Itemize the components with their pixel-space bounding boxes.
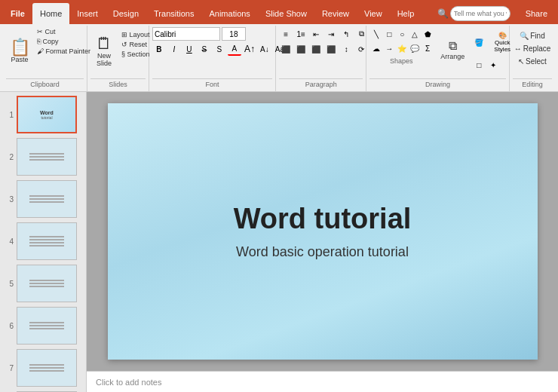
paste-button[interactable]: 📋 Paste <box>6 27 33 75</box>
ribbon: File Home Insert Design Transitions Anim… <box>0 0 558 92</box>
slide-thumb-5[interactable]: 5 <box>2 264 84 303</box>
quick-styles-icon: 🎨 <box>498 32 507 39</box>
tab-file[interactable]: File <box>3 3 32 24</box>
shape-3[interactable]: ○ <box>395 27 409 41</box>
shape-outline-button[interactable]: □ <box>472 58 486 72</box>
slide-thumbnail-3[interactable] <box>17 180 77 218</box>
app-window: File Home Insert Design Transitions Anim… <box>0 0 558 392</box>
shape-1[interactable]: ╲ <box>369 27 383 41</box>
slide-canvas[interactable]: Word tutorial Word basic operation tutor… <box>108 103 538 360</box>
slide-thumb-2[interactable]: 2 <box>2 137 84 176</box>
notes-placeholder[interactable]: Click to add notes <box>96 378 161 387</box>
select-button[interactable]: ↖ Select <box>515 56 550 67</box>
slide-thumbnail-7[interactable] <box>17 349 77 387</box>
tab-home[interactable]: Home <box>32 3 69 24</box>
shape-10[interactable]: Σ <box>421 41 434 55</box>
tab-help[interactable]: Help <box>390 3 422 24</box>
font-name-dropdown[interactable] <box>152 27 220 41</box>
align-left-button[interactable]: ⬛ <box>279 42 293 56</box>
shape-7[interactable]: → <box>382 41 396 55</box>
shadow-button[interactable]: S <box>213 42 226 56</box>
slide-thumb-6[interactable]: 6 <box>2 306 84 345</box>
font-group: B I U S S A A↑ A↓ Aa Font <box>149 26 276 91</box>
shape-6[interactable]: ☁ <box>369 41 383 55</box>
edit-area: Word tutorial Word basic operation tutor… <box>87 92 558 392</box>
clipboard-group: 📋 Paste ✂ Cut ⎘ Copy 🖌 Format Painter Cl… <box>3 26 87 91</box>
find-button[interactable]: 🔍 Find <box>517 30 547 41</box>
format-painter-button[interactable]: 🖌 Format Painter <box>35 47 93 56</box>
align-center-button[interactable]: ⬛ <box>294 42 308 56</box>
slide-panel: 1 Word tutorial 2 3 <box>0 92 87 392</box>
tell-me-input[interactable] <box>450 6 510 21</box>
numbering-button[interactable]: 1≡ <box>294 27 308 41</box>
shape-5[interactable]: ⬟ <box>421 27 434 41</box>
ribbon-content: 📋 Paste ✂ Cut ⎘ Copy 🖌 Format Painter Cl… <box>0 24 558 92</box>
tab-view[interactable]: View <box>357 3 390 24</box>
section-button[interactable]: § Section <box>119 50 152 59</box>
italic-button[interactable]: I <box>167 42 181 56</box>
slide-canvas-wrap[interactable]: Word tutorial Word basic operation tutor… <box>87 92 558 371</box>
rtl-button[interactable]: ↰ <box>339 27 353 41</box>
decrease-indent-button[interactable]: ⇤ <box>309 27 323 41</box>
font-size-input[interactable] <box>222 27 246 41</box>
tab-share[interactable]: Share <box>518 3 555 24</box>
shape-4[interactable]: △ <box>408 27 422 41</box>
notes-area[interactable]: Click to add notes <box>87 371 558 392</box>
drawing-group: ╲ □ ○ △ ⬟ ☁ → ⭐ 💬 Σ Shapes <box>366 26 510 91</box>
shape-8[interactable]: ⭐ <box>395 41 409 55</box>
arrange-button[interactable]: ⧉ Arrange <box>439 27 466 72</box>
align-right-button[interactable]: ⬛ <box>309 42 323 56</box>
line-spacing-button[interactable]: ↕ <box>339 42 353 56</box>
main-area: 1 Word tutorial 2 3 <box>0 92 558 392</box>
slide-thumb-4[interactable]: 4 <box>2 222 84 261</box>
tab-review[interactable]: Review <box>314 3 357 24</box>
justify-button[interactable]: ⬛ <box>324 42 338 56</box>
slide-thumbnail-2[interactable] <box>17 138 77 176</box>
shape-fill-button[interactable]: 🪣 <box>472 35 486 49</box>
tab-slideshow[interactable]: Slide Show <box>258 3 314 24</box>
tab-transitions[interactable]: Transitions <box>146 3 201 24</box>
clipboard-label: Clipboard <box>6 78 84 90</box>
find-icon: 🔍 <box>520 32 529 40</box>
increase-indent-button[interactable]: ⇥ <box>324 27 338 41</box>
slide-thumbnail-4[interactable] <box>17 222 77 260</box>
tab-insert[interactable]: Insert <box>69 3 106 24</box>
shape-effects-button[interactable]: ✦ <box>486 58 500 72</box>
replace-button[interactable]: ↔ Replace <box>511 43 554 54</box>
slide-thumbnail-5[interactable] <box>17 265 77 302</box>
slides-group: 🗒 NewSlide ⊞ Layout ↺ Reset § Section Sl… <box>87 26 149 91</box>
arrange-icon: ⧉ <box>449 39 457 53</box>
slide-thumb-1[interactable]: 1 Word tutorial <box>2 95 84 134</box>
slide-subtitle[interactable]: Word basic operation tutorial <box>236 244 409 260</box>
new-slide-icon: 🗒 <box>96 35 112 52</box>
strikethrough-button[interactable]: S <box>198 42 211 56</box>
shape-2[interactable]: □ <box>382 27 396 41</box>
underline-button[interactable]: U <box>182 42 196 56</box>
replace-icon: ↔ <box>514 44 522 53</box>
slide-thumb-3[interactable]: 3 <box>2 179 84 219</box>
tell-me-area: 🔍 <box>433 6 515 21</box>
slide-thumbnail-1[interactable]: Word tutorial <box>17 96 77 133</box>
font-color-button[interactable]: A <box>228 42 241 56</box>
copy-button[interactable]: ⎘ Copy <box>35 37 93 46</box>
search-icon: 🔍 <box>437 8 449 19</box>
bold-button[interactable]: B <box>152 42 166 56</box>
paragraph-group: ≡ 1≡ ⇤ ⇥ ↰ ⧉ ⬛ ⬛ ⬛ ⬛ ↕ ⟳ <box>276 26 366 91</box>
reset-button[interactable]: ↺ Reset <box>119 40 152 49</box>
tab-animations[interactable]: Animations <box>201 3 257 24</box>
tab-design[interactable]: Design <box>106 3 146 24</box>
font-label: Font <box>152 78 272 90</box>
shape-9[interactable]: 💬 <box>408 41 422 55</box>
cut-button[interactable]: ✂ Cut <box>35 27 93 36</box>
paragraph-label: Paragraph <box>279 78 363 90</box>
ribbon-tabs: File Home Insert Design Transitions Anim… <box>0 0 558 24</box>
decrease-font-button[interactable]: A↓ <box>258 42 271 56</box>
drawing-label: Drawing <box>369 78 506 90</box>
new-slide-button[interactable]: 🗒 NewSlide <box>90 27 118 75</box>
slide-thumb-7[interactable]: 7 <box>2 348 84 387</box>
increase-font-button[interactable]: A↑ <box>243 42 256 56</box>
slide-title[interactable]: Word tutorial <box>234 203 412 235</box>
bullets-button[interactable]: ≡ <box>279 27 293 41</box>
slide-thumbnail-6[interactable] <box>17 307 77 345</box>
layout-button[interactable]: ⊞ Layout <box>119 30 152 39</box>
